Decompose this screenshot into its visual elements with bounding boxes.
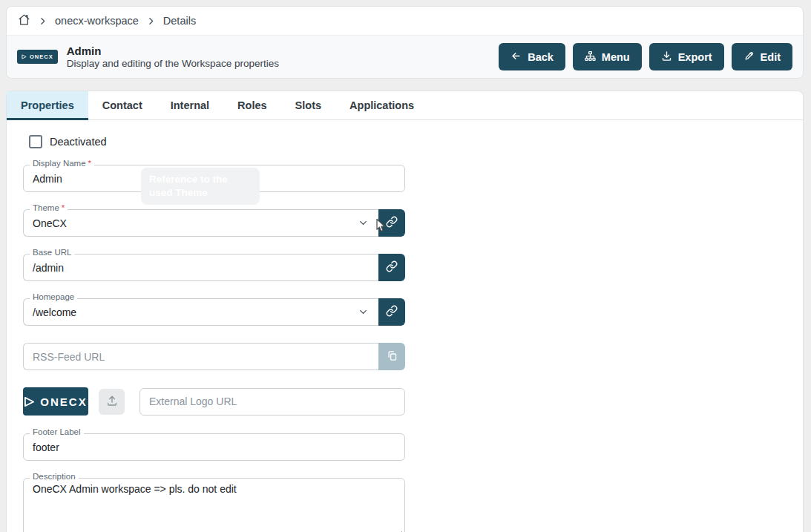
display-name-label: Display Name [33, 159, 86, 168]
edit-button[interactable]: Edit [732, 43, 792, 70]
tab-contact[interactable]: Contact [88, 91, 157, 120]
edit-button-label: Edit [761, 51, 781, 63]
link-icon [386, 216, 398, 230]
menu-button[interactable]: Menu [573, 43, 642, 70]
theme-select[interactable] [23, 209, 378, 237]
export-button[interactable]: Export [649, 43, 724, 70]
onecx-logo-small: ONECX [17, 50, 58, 64]
theme-field: Theme* [23, 209, 405, 237]
properties-panel: Deactivated Reference to the used Theme … [7, 120, 803, 532]
link-icon [386, 260, 398, 275]
rss-feed-url-input[interactable] [23, 343, 378, 370]
link-icon [386, 305, 398, 319]
description-field: Description OneCX Admin workspace => pls… [23, 478, 405, 532]
logo-text: ONECX [40, 395, 87, 408]
required-marker: * [62, 203, 65, 212]
logo-row: ONECX [23, 387, 405, 416]
base-url-field: Base URL [23, 254, 405, 281]
breadcrumb-item-details: Details [163, 15, 196, 27]
details-card: Properties Contact Internal Roles Slots … [6, 91, 804, 532]
footer-label-field: Footer Label [23, 433, 405, 461]
rss-copy-button[interactable] [378, 343, 405, 370]
tab-bar: Properties Contact Internal Roles Slots … [7, 91, 803, 120]
base-url-link-button[interactable] [378, 254, 405, 281]
chevron-right-icon [146, 16, 156, 26]
arrow-left-icon [510, 50, 522, 64]
pencil-icon [743, 50, 755, 64]
description-label: Description [33, 472, 76, 481]
tab-internal[interactable]: Internal [157, 91, 223, 120]
back-button[interactable]: Back [499, 43, 565, 70]
home-icon[interactable] [18, 13, 30, 28]
base-url-input[interactable] [23, 254, 378, 281]
sitemap-icon [585, 50, 596, 64]
workspace-logo-image: ONECX [23, 387, 88, 416]
description-textarea[interactable]: OneCX Admin workspace => pls. do not edi… [23, 478, 405, 532]
tab-applications[interactable]: Applications [335, 91, 428, 120]
copy-icon [387, 350, 398, 364]
homepage-link-button[interactable] [378, 298, 405, 326]
theme-label: Theme [33, 203, 59, 212]
tab-slots[interactable]: Slots [281, 91, 335, 120]
footer-label-label: Footer Label [33, 427, 81, 436]
download-icon [661, 50, 672, 64]
logo-upload-button[interactable] [99, 389, 125, 415]
breadcrumb-item-workspace[interactable]: onecx-workspace [55, 15, 139, 27]
tab-properties[interactable]: Properties [7, 91, 88, 120]
chevron-right-icon [38, 16, 47, 26]
homepage-label: Homepage [33, 292, 74, 301]
tab-roles[interactable]: Roles [223, 91, 281, 120]
logo-text: ONECX [30, 53, 53, 60]
page-subtitle: Display and editing of the Workspace pro… [67, 58, 279, 69]
external-logo-url-input[interactable] [139, 388, 405, 416]
menu-button-label: Menu [602, 51, 630, 63]
header-card: onecx-workspace Details ONECX Admin Disp… [6, 6, 804, 79]
upload-icon [106, 395, 118, 409]
homepage-field: Homepage [23, 298, 405, 326]
deactivated-label: Deactivated [50, 136, 107, 148]
rss-feed-url-field [23, 343, 405, 370]
page-title: Admin [67, 45, 279, 57]
breadcrumb: onecx-workspace Details [7, 7, 803, 36]
back-button-label: Back [528, 51, 554, 63]
base-url-label: Base URL [33, 248, 71, 257]
export-button-label: Export [678, 51, 712, 63]
theme-tooltip: Reference to the used Theme [141, 168, 260, 205]
deactivated-checkbox[interactable] [29, 135, 42, 148]
page-header: ONECX Admin Display and editing of the W… [7, 36, 803, 78]
required-marker: * [88, 159, 91, 168]
theme-link-button[interactable] [378, 209, 405, 237]
